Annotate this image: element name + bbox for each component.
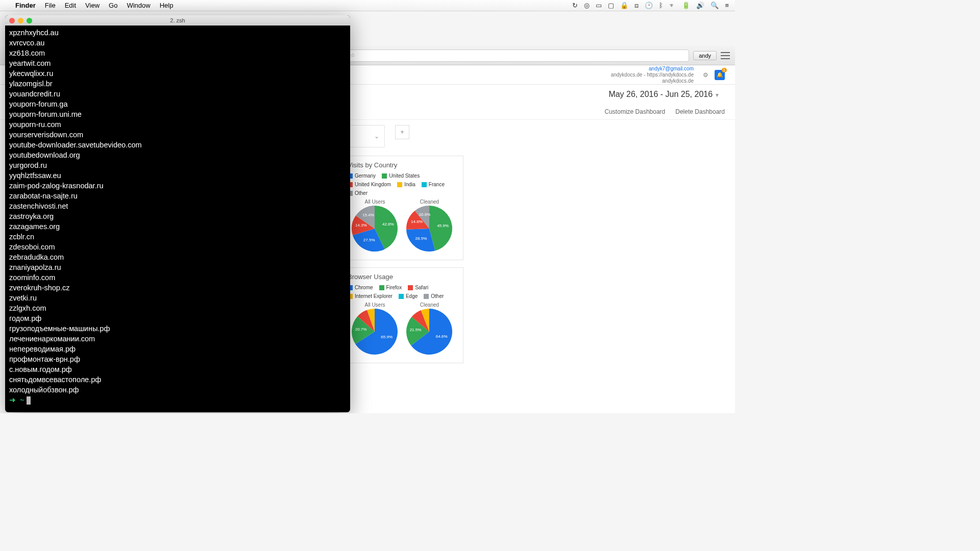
card-visits-country: Visits by Country GermanyUnited StatesUn… [341, 156, 463, 260]
svg-text:42.8%: 42.8% [382, 222, 394, 227]
svg-text:45.9%: 45.9% [437, 223, 449, 228]
svg-text:21.5%: 21.5% [410, 328, 422, 332]
card-browser-title: Browser Usage [348, 273, 457, 281]
pie-visits-cleaned: 45.9%28.5%14.8%10.8% [405, 205, 454, 253]
terminal-output[interactable]: xpznhxyhcd.au xvrcvco.au xz618.com yeart… [5, 26, 350, 407]
svg-text:10.8%: 10.8% [419, 212, 431, 217]
pie-browser-cleaned: 64.6%21.5% [405, 308, 454, 356]
menu-edit[interactable]: Edit [65, 2, 76, 9]
pie-label-cleaned: Cleaned [405, 199, 454, 205]
bookmark-star-icon[interactable]: ☆ [350, 52, 355, 59]
bluetooth-icon[interactable]: ᛒ [659, 2, 663, 10]
pie-label-cleaned: Cleaned [405, 302, 454, 308]
account-site: andykdocs.de - https://andykdocs.de [611, 72, 694, 78]
svg-text:64.6%: 64.6% [436, 334, 448, 339]
mac-menubar: Finder File Edit View Go Window Help ↻ ◎… [0, 0, 735, 11]
timemachine-icon[interactable]: 🕑 [645, 2, 653, 10]
pie-label-all: All Users [351, 199, 399, 205]
wifi-icon[interactable]: ᯤ [669, 2, 676, 10]
chevron-down-icon: ⌄ [374, 133, 379, 140]
battery-icon[interactable]: 🔋 [682, 2, 690, 10]
svg-text:65.9%: 65.9% [381, 335, 393, 339]
display-icon[interactable]: ▭ [596, 2, 602, 10]
account-email: andyk7@gmail.com [611, 66, 694, 72]
volume-icon[interactable]: 🔊 [696, 2, 704, 10]
menu-help[interactable]: Help [160, 2, 174, 9]
customize-dashboard-link[interactable]: Customize Dashboard [605, 108, 666, 115]
add-widget-button[interactable]: + [395, 125, 409, 139]
cc-icon[interactable]: ◎ [584, 2, 590, 10]
spotlight-icon[interactable]: 🔍 [710, 2, 719, 10]
menu-file[interactable]: File [45, 2, 56, 9]
account-info[interactable]: andyk7@gmail.com andykdocs.de - https://… [611, 66, 694, 84]
sync-icon[interactable]: ↻ [572, 2, 578, 10]
notification-badge: 1 [722, 68, 727, 72]
svg-text:15.4%: 15.4% [362, 213, 374, 217]
svg-text:27.5%: 27.5% [363, 238, 375, 242]
date-range-text: May 26, 2016 - Jun 25, 2016 [608, 90, 713, 98]
notifications-button[interactable]: 🔔1 [715, 70, 725, 80]
close-icon[interactable] [9, 18, 15, 23]
svg-text:14.3%: 14.3% [355, 223, 367, 228]
profile-button[interactable]: andy [693, 51, 717, 60]
hamburger-icon[interactable] [721, 52, 730, 59]
menu-window[interactable]: Window [127, 2, 150, 9]
terminal-window[interactable]: 2. zsh xpznhxyhcd.au xvrcvco.au xz618.co… [5, 15, 350, 412]
dropbox-icon[interactable]: ⧈ [634, 2, 639, 10]
pie-label-all: All Users [351, 302, 399, 308]
zoom-icon[interactable] [27, 18, 32, 23]
card-browser-usage: Browser Usage ChromeFirefoxSafariInterne… [341, 267, 463, 363]
chevron-down-icon: ▼ [715, 92, 720, 98]
delete-dashboard-link[interactable]: Delete Dashboard [675, 108, 725, 115]
minimize-icon[interactable] [18, 18, 23, 23]
lock-icon[interactable]: 🔒 [620, 2, 628, 10]
svg-text:20.7%: 20.7% [355, 327, 367, 332]
terminal-title: 2. zsh [170, 17, 185, 23]
card-visits-title: Visits by Country [348, 161, 457, 169]
airplay-icon[interactable]: ▢ [608, 2, 614, 10]
app-name[interactable]: Finder [15, 2, 36, 9]
gear-icon[interactable]: ⚙ [703, 71, 708, 79]
svg-text:28.5%: 28.5% [415, 236, 427, 241]
svg-text:14.8%: 14.8% [411, 219, 423, 224]
terminal-titlebar: 2. zsh [5, 15, 350, 26]
pie-visits-all: 42.8%27.5%14.3%15.4% [351, 205, 399, 253]
account-property: andykdocs.de [611, 78, 694, 84]
pie-browser-all: 65.9%20.7% [351, 308, 399, 356]
notification-center-icon[interactable]: ≡ [725, 2, 729, 10]
menu-view[interactable]: View [85, 2, 100, 9]
menu-go[interactable]: Go [109, 2, 117, 9]
menubar-status-icons: ↻ ◎ ▭ ▢ 🔒 ⧈ 🕑 ᛒ ᯤ 🔋 🔊 🔍 ≡ [572, 2, 729, 10]
